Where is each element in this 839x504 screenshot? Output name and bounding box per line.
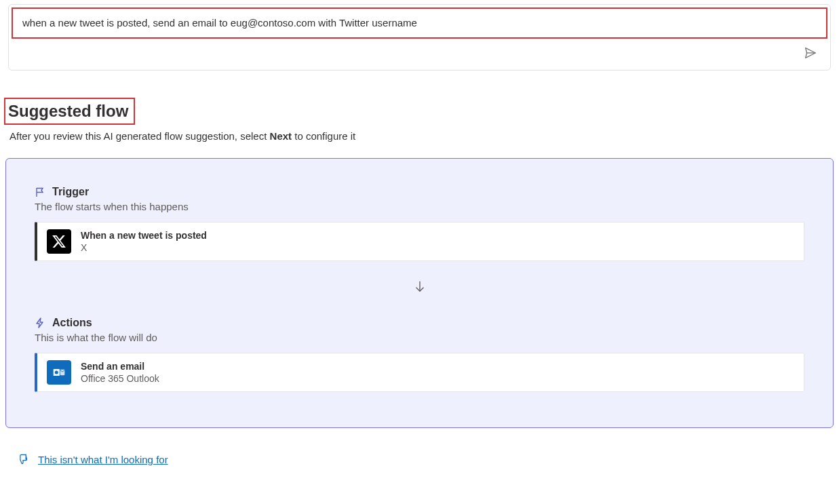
- actions-description: This is what the flow will do: [35, 332, 804, 343]
- heading-highlight-box: Suggested flow: [4, 98, 135, 125]
- actions-section-header: Actions: [35, 317, 804, 329]
- trigger-section-header: Trigger: [35, 186, 804, 198]
- x-twitter-icon: [47, 229, 71, 254]
- trigger-label: Trigger: [52, 186, 89, 198]
- trigger-description: The flow starts when this happens: [35, 201, 804, 212]
- arrow-down-icon: [412, 279, 427, 294]
- flag-icon: [35, 187, 45, 197]
- action-card-subtitle: Office 365 Outlook: [81, 373, 159, 384]
- outlook-icon: [47, 360, 71, 385]
- actions-label: Actions: [52, 317, 92, 329]
- send-row: [9, 41, 830, 70]
- subtitle-after: to configure it: [292, 130, 355, 142]
- send-icon[interactable]: [803, 45, 818, 60]
- subtitle-before: After you review this AI generated flow …: [9, 130, 270, 142]
- prompt-highlight-box: when a new tweet is posted, send an emai…: [12, 7, 827, 39]
- trigger-card[interactable]: When a new tweet is posted X: [35, 222, 804, 261]
- subtitle-bold: Next: [270, 130, 292, 142]
- thumbs-down-icon[interactable]: [16, 452, 30, 466]
- action-card-text: Send an email Office 365 Outlook: [81, 361, 159, 384]
- page-title: Suggested flow: [8, 102, 128, 121]
- action-card-title: Send an email: [81, 361, 159, 372]
- action-card[interactable]: Send an email Office 365 Outlook: [35, 353, 804, 392]
- suggested-flow-header-section: Suggested flow After you review this AI …: [4, 98, 839, 142]
- lightning-icon: [35, 317, 45, 328]
- svg-point-3: [55, 371, 58, 374]
- flow-arrow: [35, 279, 804, 296]
- trigger-card-title: When a new tweet is posted: [81, 230, 207, 241]
- trigger-card-text: When a new tweet is posted X: [81, 230, 207, 253]
- flow-suggestion-panel: Trigger The flow starts when this happen…: [5, 158, 834, 428]
- prompt-input-container: when a new tweet is posted, send an emai…: [8, 4, 831, 71]
- feedback-link[interactable]: This isn't what I'm looking for: [38, 454, 168, 465]
- feedback-row: This isn't what I'm looking for: [16, 452, 839, 466]
- page-subtitle: After you review this AI generated flow …: [9, 130, 839, 142]
- trigger-card-subtitle: X: [81, 242, 207, 253]
- prompt-input[interactable]: when a new tweet is posted, send an emai…: [22, 17, 417, 28]
